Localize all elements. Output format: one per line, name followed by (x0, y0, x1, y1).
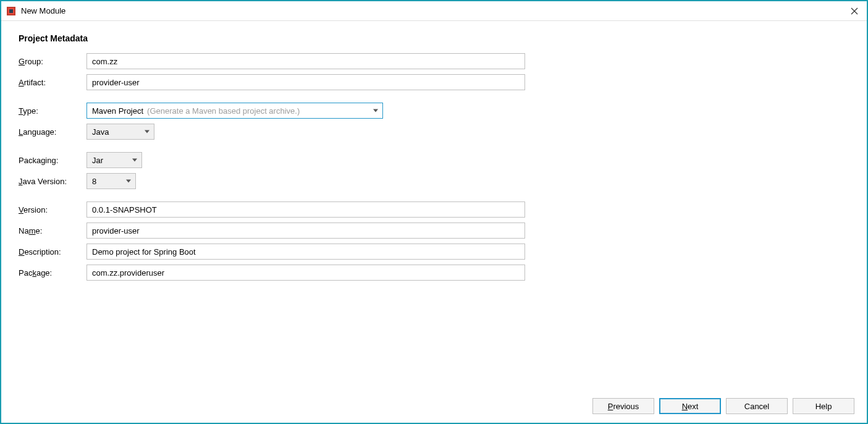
next-button[interactable]: Next (659, 398, 721, 414)
artifact-field[interactable] (86, 74, 525, 90)
button-bar: Previous Next Cancel Help (1, 392, 867, 423)
label-artifact: Artifact: (19, 78, 86, 87)
label-java-version: Java Version: (19, 177, 86, 186)
row-packaging: Packaging: Jar (19, 152, 849, 168)
label-packaging: Packaging: (19, 156, 86, 165)
label-group: Group: (19, 57, 86, 66)
group-field[interactable] (86, 53, 525, 69)
filler (19, 286, 849, 386)
type-select-wrap: Maven Project (Generate a Maven based pr… (86, 103, 383, 119)
svg-rect-2 (9, 9, 13, 13)
row-language: Language: Java (19, 124, 849, 140)
java-version-select-value: 8 (92, 177, 96, 186)
label-type: Type: (19, 106, 86, 116)
row-version: Version: (19, 201, 849, 218)
row-java-version: Java Version: 8 (19, 173, 849, 189)
package-field[interactable] (86, 265, 525, 281)
form: Group: Artifact: Type: Maven Project (Ge… (19, 53, 849, 286)
app-icon (6, 6, 16, 16)
row-name: Name: (19, 223, 849, 239)
type-select-hint: (Generate a Maven based project archive.… (147, 106, 300, 116)
label-description: Description: (19, 247, 86, 257)
language-select[interactable]: Java (86, 124, 154, 140)
packaging-select-value: Jar (92, 156, 103, 165)
close-icon[interactable] (847, 4, 862, 19)
language-select-value: Java (92, 127, 109, 137)
description-field[interactable] (86, 244, 525, 260)
language-select-wrap: Java (86, 124, 154, 140)
titlebar: New Module (1, 1, 867, 21)
label-version: Version: (19, 205, 86, 214)
cancel-button[interactable]: Cancel (726, 398, 788, 414)
row-artifact: Artifact: (19, 74, 849, 90)
label-name: Name: (19, 226, 86, 235)
java-version-select[interactable]: 8 (86, 173, 136, 189)
label-language: Language: (19, 127, 86, 137)
version-field[interactable] (86, 201, 525, 218)
packaging-select[interactable]: Jar (86, 152, 142, 168)
name-field[interactable] (86, 223, 525, 239)
help-button[interactable]: Help (793, 398, 854, 414)
row-description: Description: (19, 244, 849, 260)
previous-button[interactable]: Previous (592, 398, 654, 414)
label-package: Package: (19, 268, 86, 278)
java-version-select-wrap: 8 (86, 173, 136, 189)
dialog-content: Project Metadata Group: Artifact: Type: … (1, 21, 867, 392)
row-package: Package: (19, 265, 849, 281)
dialog-window: New Module Project Metadata Group: Artif… (0, 0, 868, 424)
type-select-value: Maven Project (92, 106, 143, 116)
row-group: Group: (19, 53, 849, 69)
row-type: Type: Maven Project (Generate a Maven ba… (19, 103, 849, 119)
type-select[interactable]: Maven Project (Generate a Maven based pr… (86, 103, 383, 119)
packaging-select-wrap: Jar (86, 152, 142, 168)
section-title: Project Metadata (19, 33, 849, 43)
window-title: New Module (21, 6, 847, 15)
